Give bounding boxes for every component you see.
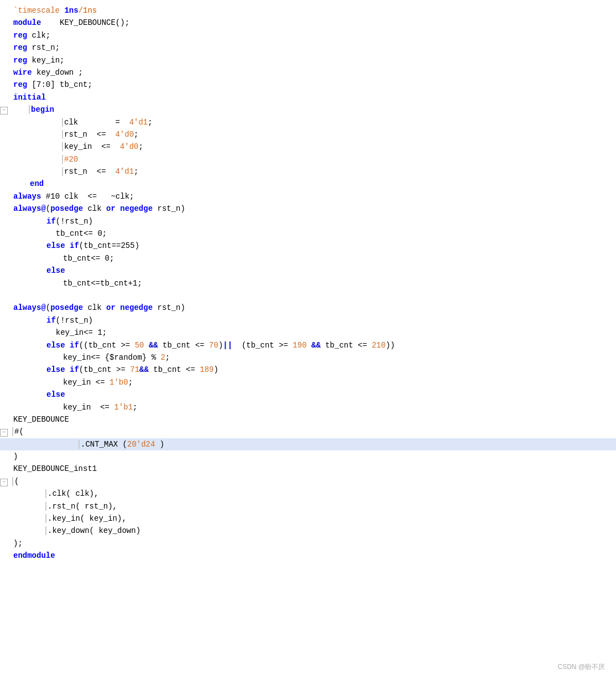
- fold-button-9[interactable]: −: [0, 107, 8, 115]
- token: endmodule: [13, 551, 55, 560]
- token: 1ns: [64, 6, 78, 15]
- token: 1'b0: [109, 378, 128, 387]
- token: 190: [293, 341, 306, 350]
- token: always@: [13, 204, 46, 213]
- code-line-35: −#(: [0, 426, 616, 438]
- token: 70: [209, 341, 218, 350]
- token: clk: [83, 303, 106, 312]
- token: if: [46, 316, 56, 325]
- line-content-21: tb_cnt<= 0;: [11, 252, 612, 265]
- token: `timescale: [13, 6, 64, 15]
- code-line-23: tb_cnt<=tb_cnt+1;: [0, 277, 616, 289]
- code-line-26: if(!rst_n): [0, 314, 616, 326]
- code-line-41: .rst_n( rst_n),: [0, 500, 616, 512]
- line-content-39: (: [11, 475, 612, 488]
- token: .key_down( key_down): [48, 526, 140, 535]
- line-content-4: reg rst_n;: [11, 42, 612, 54]
- token: clk =: [64, 118, 129, 127]
- token: (tb_cnt >=: [79, 365, 130, 374]
- token: else: [46, 365, 65, 374]
- token: reg: [13, 31, 27, 40]
- line-content-38: KEY_DEBOUNCE_inst1: [11, 463, 612, 475]
- code-line-24: [0, 289, 616, 302]
- token: key_in<= 1;: [46, 328, 107, 337]
- token: .clk( clk),: [48, 489, 98, 498]
- token: ): [214, 365, 218, 374]
- token: 71: [130, 365, 139, 374]
- code-line-40: .clk( clk),: [0, 488, 616, 500]
- line-content-43: .key_down( key_down): [11, 525, 612, 537]
- token: rst_n): [153, 204, 185, 213]
- token: 4'd0: [115, 130, 134, 139]
- token: tb_cnt <=: [321, 341, 372, 350]
- token: or: [106, 303, 116, 312]
- token: posedge: [50, 303, 83, 312]
- line-content-32: else: [11, 388, 612, 401]
- code-line-2: module KEY_DEBOUNCE();: [0, 17, 616, 29]
- token: ;: [134, 130, 138, 139]
- line-content-27: key_in<= 1;: [11, 326, 612, 339]
- code-line-17: always@(posedge clk or negedge rst_n): [0, 203, 616, 215]
- token: else: [46, 390, 65, 399]
- gutter-35: −: [0, 429, 11, 437]
- line-content-8: initial: [11, 91, 612, 103]
- token: ((tb_cnt >=: [79, 341, 135, 350]
- token: [116, 303, 120, 312]
- line-content-18: if(!rst_n): [11, 215, 612, 227]
- token: #20: [64, 155, 78, 164]
- token: key_in<= {$random} %: [63, 353, 160, 362]
- token: if: [70, 341, 79, 350]
- line-content-17: always@(posedge clk or negedge rst_n): [11, 203, 612, 215]
- token: key_in <=: [63, 403, 114, 412]
- line-content-14: rst_n <= 4'd1;: [11, 165, 612, 178]
- code-line-38: KEY_DEBOUNCE_inst1: [0, 463, 616, 475]
- token: 1'b1: [114, 403, 133, 412]
- line-content-29: key_in<= {$random} % 2;: [11, 351, 612, 364]
- token: if: [46, 217, 56, 226]
- token: KEY_DEBOUNCE();: [41, 18, 129, 27]
- code-line-42: .key_in( key_in),: [0, 512, 616, 525]
- code-line-8: initial: [0, 91, 616, 103]
- watermark: CSDN @盼不厌: [557, 662, 605, 672]
- token: tb_cnt<=tb_cnt+1;: [63, 279, 142, 288]
- token: (tb_cnt==255): [79, 241, 139, 250]
- fold-button-39[interactable]: −: [0, 479, 8, 486]
- code-line-22: else: [0, 265, 616, 277]
- line-content-37: ): [11, 450, 612, 463]
- line-content-30: else if(tb_cnt >= 71&& tb_cnt <= 189): [11, 364, 612, 376]
- token: key_down ;: [32, 68, 83, 77]
- token: [116, 204, 120, 213]
- line-content-11: rst_n <= 4'd0;: [11, 128, 612, 141]
- token: 1ns: [83, 6, 97, 15]
- token: (: [14, 477, 19, 486]
- token: 4'd1: [115, 167, 134, 176]
- line-content-20: else if(tb_cnt==255): [11, 240, 612, 252]
- token: posedge: [50, 204, 83, 213]
- gutter-9: −: [0, 107, 11, 115]
- token: (: [46, 204, 50, 213]
- line-content-25: always@(posedge clk or negedge rst_n): [11, 302, 612, 314]
- line-content-24: [11, 289, 612, 302]
- token: rst_n): [153, 303, 185, 312]
- token: rst_n <=: [64, 167, 115, 176]
- token: wire: [13, 68, 32, 77]
- line-content-2: module KEY_DEBOUNCE();: [11, 17, 612, 29]
- token: ;: [128, 378, 133, 387]
- line-content-10: clk = 4'd1;: [11, 116, 612, 128]
- token: 210: [372, 341, 385, 350]
- token: ): [155, 440, 164, 449]
- token: key_in <=: [63, 378, 109, 387]
- token: key_in;: [27, 56, 64, 65]
- code-line-19: tb_cnt<= 0;: [0, 227, 616, 240]
- line-content-6: wire key_down ;: [11, 66, 612, 79]
- line-content-31: key_in <= 1'b0;: [11, 376, 612, 388]
- fold-button-35[interactable]: −: [0, 429, 8, 437]
- token: negedge: [120, 204, 153, 213]
- token: 4'd1: [129, 118, 148, 127]
- line-content-36: .CNT_MAX (20'd24 ): [11, 438, 612, 450]
- gutter-39: −: [0, 479, 11, 486]
- code-line-31: key_in <= 1'b0;: [0, 376, 616, 388]
- token: ): [13, 452, 18, 461]
- line-content-22: else: [11, 265, 612, 277]
- code-line-9: −begin: [0, 103, 616, 116]
